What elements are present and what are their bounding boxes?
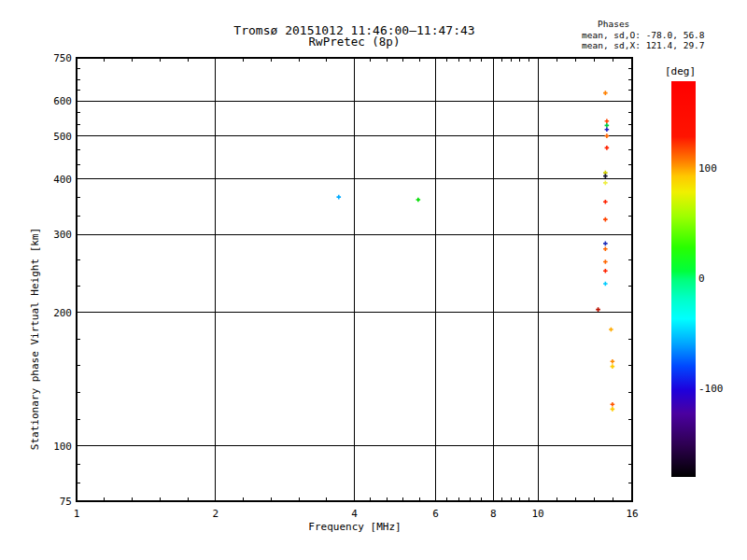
y-tick-label: 750 — [53, 52, 72, 64]
data-point — [603, 200, 608, 204]
data-point — [611, 364, 615, 369]
colorbar-tick-label: 100 — [698, 163, 717, 175]
x-tick-label: 8 — [490, 508, 497, 520]
data-point — [603, 217, 608, 222]
x-axis-title: Frequency [MHz] — [308, 521, 401, 533]
data-point — [611, 359, 615, 364]
data-point — [603, 181, 608, 186]
y-tick-label: 400 — [53, 174, 72, 186]
data-point — [416, 198, 421, 203]
colorbar-tick-label: -100 — [698, 384, 724, 395]
x-tick-label: 10 — [532, 508, 544, 520]
x-tick-label: 6 — [432, 508, 439, 520]
ionogram-plot: 12468101675100200300400500600750 Frequen… — [0, 0, 747, 560]
data-point — [603, 282, 608, 287]
y-tick-label: 500 — [53, 131, 72, 143]
data-point — [611, 407, 615, 412]
data-point — [603, 246, 608, 251]
y-tick-label: 600 — [53, 95, 72, 107]
data-point — [603, 259, 608, 264]
data-point — [603, 269, 608, 273]
data-point — [603, 242, 608, 246]
y-tick-label: 300 — [53, 229, 72, 241]
data-point — [605, 146, 610, 150]
data-point — [605, 119, 610, 123]
y-axis-title: Stationary phase Virtual Height [km] — [29, 228, 41, 450]
y-tick-label: 200 — [53, 307, 72, 319]
data-point — [603, 91, 608, 95]
x-tick-label: 4 — [351, 508, 358, 520]
phase-colorbar — [671, 81, 696, 477]
axis-tick-labels: 12468101675100200300400500600750 — [53, 52, 639, 520]
x-tick-label: 2 — [212, 508, 218, 520]
colorbar-unit-label: [deg] — [665, 66, 696, 77]
data-point — [605, 133, 610, 138]
colorbar-tick-label: 0 — [698, 273, 705, 285]
data-point — [603, 174, 608, 178]
data-point — [336, 195, 341, 200]
x-tick-label: 1 — [74, 508, 80, 520]
data-point — [611, 402, 615, 407]
x-tick-label: 16 — [626, 508, 638, 520]
data-point — [596, 307, 600, 312]
gridlines — [77, 58, 632, 501]
y-tick-label: 100 — [53, 441, 72, 453]
y-tick-label: 75 — [60, 496, 72, 508]
data-point — [605, 123, 610, 128]
data-point — [609, 328, 613, 332]
data-point — [605, 127, 610, 132]
data-points — [336, 91, 614, 411]
